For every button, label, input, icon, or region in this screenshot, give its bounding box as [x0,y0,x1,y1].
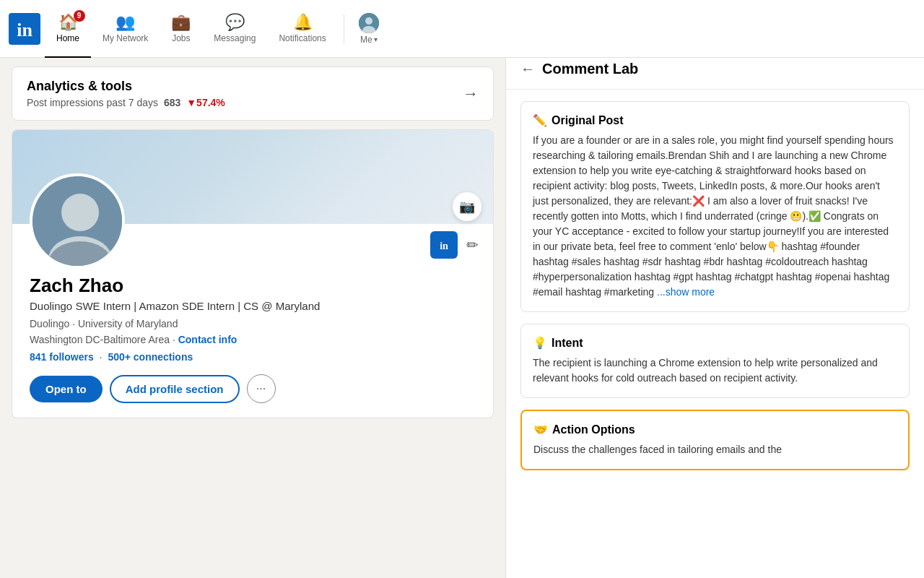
nav-item-notifications[interactable]: 🔔 Notifications [267,0,337,58]
svg-point-3 [365,17,372,25]
home-icon: 🏠 9 [58,13,78,32]
nav-item-jobs[interactable]: 💼 Jobs [160,0,202,58]
connections-sep: · [100,351,103,363]
svg-point-6 [61,194,99,231]
profile-connections: 841 followers · 500+ connections [30,351,476,363]
jobs-icon: 💼 [171,13,191,32]
notifications-icon: 🔔 [293,13,313,32]
home-badge: 9 [74,10,85,22]
action-options-body: Discuss the challenges faced in tailorin… [533,442,897,457]
camera-button[interactable]: 📷 [453,192,481,221]
profile-banner: 📷 [12,130,493,224]
action-options-emoji: 🤝 [533,423,548,436]
linkedin-share-button[interactable]: in [430,231,458,259]
me-chevron: ▾ [374,35,378,43]
analytics-subtitle: Post impressions past 7 days 683 ▼57.4% [27,97,225,108]
original-post-emoji: ✏️ [533,113,547,127]
me-label: Me [360,35,372,45]
messaging-icon: 💬 [225,13,245,32]
profile-card: 📷 in ✏ Zach Zhao Duolingo SWE Intern | A… [12,129,494,418]
notifications-label: Notifications [279,33,326,43]
original-post-title-text: Original Post [552,114,624,127]
my-network-icon: 👥 [116,13,135,32]
original-post-body: If you are a founder or are in a sales r… [533,133,897,300]
analytics-title: Analytics & tools [27,79,225,94]
action-options-title: 🤝 Action Options [533,423,897,436]
action-options-card: 🤝 Action Options Discuss the challenges … [520,410,910,470]
nav-item-home[interactable]: 🏠 9 Home [45,0,91,58]
nav-item-me[interactable]: Me ▾ [350,0,388,58]
profile-buttons: Open to Add profile section ··· [30,374,476,403]
profile-location-text: Washington DC-Baltimore Area [30,334,170,345]
navigation: in 🏠 9 Home 👥 My Network 💼 Jobs 💬 Messag… [0,0,924,58]
profile-top-actions: in ✏ [430,231,479,259]
original-post-title: ✏️ Original Post [533,113,897,127]
intent-card: 💡 Intent The recipient is launching a Ch… [520,324,910,398]
jobs-label: Jobs [172,33,190,43]
analytics-subtitle-text: Post impressions past 7 days [27,97,158,108]
avatar [30,173,125,269]
back-button[interactable]: ← [520,61,535,77]
home-label: Home [56,33,79,43]
edit-profile-button[interactable]: ✏ [466,236,479,254]
original-post-text: If you are a founder or are in a sales r… [533,134,894,298]
spark-content[interactable]: ✏️ Original Post If you are a founder or… [506,90,924,578]
nav-item-my-network[interactable]: 👥 My Network [91,0,160,58]
analytics-arrow-button[interactable]: → [463,85,479,103]
action-options-title-text: Action Options [552,423,635,436]
svg-text:in: in [440,241,448,251]
nav-item-messaging[interactable]: 💬 Messaging [202,0,267,58]
analytics-content: Analytics & tools Post impressions past … [27,79,225,108]
profile-name: Zach Zhao [30,275,476,297]
analytics-card: Analytics & tools Post impressions past … [12,66,494,121]
profile-education: Duolingo · University of Maryland [30,318,476,329]
intent-title: 💡 Intent [533,336,897,350]
more-options-button[interactable]: ··· [247,374,276,403]
linkedin-logo[interactable]: in [9,13,40,45]
messaging-label: Messaging [214,33,256,43]
profile-headline: Duolingo SWE Intern | Amazon SDE Intern … [30,300,476,312]
original-post-card: ✏️ Original Post If you are a founder or… [520,101,910,312]
analytics-count: 683 [164,97,180,108]
spark-panel: Spark alpha ✕ ← Comment Lab ✏️ Original … [505,0,924,578]
intent-body: The recipient is launching a Chrome exte… [533,355,897,386]
svg-text:in: in [17,20,32,40]
show-more-link[interactable]: ...show more [657,286,715,298]
profile-location: Washington DC-Baltimore Area · Contact i… [30,334,476,345]
contact-info-link[interactable]: Contact info [178,334,237,345]
intent-emoji: 💡 [533,336,547,350]
comment-lab-title: Comment Lab [542,61,638,77]
my-network-label: My Network [103,33,148,43]
nav-divider [344,14,344,43]
analytics-change: ▼57.4% [186,97,225,108]
followers-link[interactable]: 841 followers [30,351,94,363]
connections-link[interactable]: 500+ connections [108,351,193,363]
add-profile-section-button[interactable]: Add profile section [110,375,240,403]
me-avatar [359,13,379,33]
open-to-button[interactable]: Open to [30,376,103,402]
left-panel: Analytics & tools Post impressions past … [0,58,505,578]
intent-title-text: Intent [552,337,583,350]
